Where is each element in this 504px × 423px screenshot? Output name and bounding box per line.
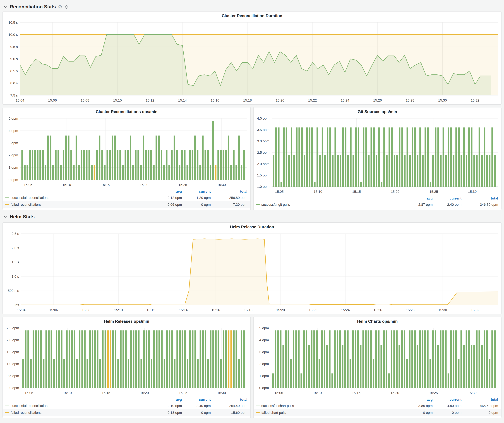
panel-helm-release-duration: Helm Release Duration 0 ns500 ms1.0 s1.5… [2, 222, 502, 314]
svg-text:15:20: 15:20 [140, 183, 148, 187]
panel-title[interactable]: Helm Releases ops/min [3, 317, 251, 325]
row-title[interactable]: Helm Stats [10, 214, 35, 220]
series-color-dash [5, 204, 9, 205]
chevron-down-icon [3, 215, 7, 219]
legend-header-current[interactable]: current [433, 196, 462, 200]
svg-text:2 opm: 2 opm [9, 153, 18, 157]
chart-canvas[interactable]: 0 opm1 opm2 opm3 opm4 opm5 opm15:0515:10… [254, 325, 500, 397]
svg-text:3 opm: 3 opm [9, 141, 18, 145]
series-color-dash [5, 412, 9, 413]
svg-text:3.0 opm: 3.0 opm [257, 139, 270, 143]
svg-text:15:12: 15:12 [146, 98, 154, 102]
legend-total-value: 346.80 opm [462, 203, 498, 207]
legend-series-label[interactable]: failed chart pulls [261, 411, 286, 415]
chart-canvas[interactable]: 0 opm1 opm2 opm3 opm4 opm5 opm15:0515:10… [4, 116, 250, 189]
svg-text:1.0 opm: 1.0 opm [7, 362, 19, 366]
legend-series-label[interactable]: successful chart pulls [261, 404, 294, 408]
svg-text:15:30: 15:30 [217, 183, 226, 187]
svg-text:15:10: 15:10 [62, 183, 71, 187]
chart-canvas[interactable]: 0 opm0.5 opm1.0 opm1.5 opm2.0 opm2.5 opm… [4, 325, 250, 397]
legend-total-value: 254.40 opm [211, 404, 247, 408]
legend-current-value: 2.40 opm [182, 404, 211, 408]
legend-series-label[interactable]: successful git pulls [261, 203, 290, 207]
chart-canvas[interactable]: 7.5 s8.0 s8.5 s9.0 s9.5 s10.0 s10.5 s15:… [4, 20, 500, 104]
svg-text:15:10: 15:10 [113, 98, 122, 102]
svg-text:2.0 s: 2.0 s [12, 246, 19, 250]
row-header-reconciliation-stats[interactable]: Reconciliation Stats ⚙ [2, 2, 502, 11]
legend-header-total[interactable]: total [462, 398, 498, 402]
panel-title[interactable]: Helm Charts ops/min [253, 317, 501, 325]
legend: avg current total successful reconciliat… [3, 189, 251, 210]
legend-avg-value: 3.85 opm [402, 404, 433, 408]
svg-text:15:08: 15:08 [81, 98, 89, 102]
chart-canvas[interactable]: 0 ns500 ms1.0 s1.5 s2.0 s2.5 s15:0415:06… [4, 231, 500, 314]
legend-series-label[interactable]: failed reconciliations [11, 203, 42, 207]
svg-text:1.5 opm: 1.5 opm [7, 350, 19, 354]
svg-text:8.0 s: 8.0 s [10, 81, 18, 85]
svg-text:15:26: 15:26 [373, 308, 382, 312]
chart-canvas[interactable]: 1.0 opm1.5 opm2.0 opm2.5 opm3.0 opm3.5 o… [254, 116, 500, 196]
svg-text:2.0 opm: 2.0 opm [7, 338, 19, 342]
svg-text:15:05: 15:05 [24, 183, 32, 187]
svg-text:15:20: 15:20 [390, 391, 399, 395]
legend-avg-value: 2.12 opm [151, 196, 182, 200]
legend-header-current[interactable]: current [433, 398, 462, 402]
row-title[interactable]: Reconciliation Stats [10, 4, 56, 10]
legend-row-successful: successful git pulls 2.87 opm 2.40 opm 3… [253, 201, 501, 208]
svg-text:15:25: 15:25 [429, 190, 438, 194]
legend-header-avg[interactable]: avg [151, 189, 182, 194]
panel-title[interactable]: Cluster Reconciliation Duration [3, 12, 501, 20]
legend-header-total[interactable]: total [462, 196, 498, 200]
svg-text:15:28: 15:28 [406, 98, 414, 102]
legend-header-avg[interactable]: avg [402, 398, 433, 402]
svg-text:1.0 s: 1.0 s [12, 275, 19, 278]
svg-text:15:20: 15:20 [276, 308, 285, 312]
svg-text:15:22: 15:22 [309, 308, 317, 312]
trash-icon[interactable] [64, 5, 69, 9]
svg-text:4.0 opm: 4.0 opm [257, 117, 270, 120]
series-color-dash [5, 405, 9, 406]
svg-text:4 opm: 4 opm [9, 129, 18, 133]
legend-series-label[interactable]: successful reconciliations [11, 196, 49, 200]
svg-text:15:14: 15:14 [179, 308, 188, 312]
gear-icon[interactable]: ⚙ [58, 5, 62, 9]
svg-text:15:20: 15:20 [391, 190, 399, 194]
svg-text:1 opm: 1 opm [9, 165, 18, 170]
legend-header-current[interactable]: current [182, 398, 211, 402]
svg-text:15:32: 15:32 [471, 98, 479, 102]
svg-text:2.5 s: 2.5 s [12, 232, 19, 236]
legend-header-total[interactable]: total [211, 189, 247, 194]
legend-header-avg[interactable]: avg [151, 398, 182, 402]
legend-header-total[interactable]: total [211, 398, 247, 402]
legend-total-value: 7.20 opm [211, 203, 247, 207]
svg-text:15:15: 15:15 [352, 391, 360, 395]
legend-header-avg[interactable]: avg [402, 196, 433, 200]
legend-series-label[interactable]: failed reconciliations [11, 411, 42, 415]
svg-text:15:10: 15:10 [63, 391, 72, 395]
svg-text:15:12: 15:12 [147, 308, 155, 312]
legend-current-value: 0 opm [182, 411, 211, 415]
series-color-dash [5, 198, 9, 198]
row-header-helm-stats[interactable]: Helm Stats [2, 212, 502, 221]
legend-row-failed: failed reconciliations 0.13 opm 0 opm 15… [3, 409, 251, 416]
legend-series-label[interactable]: successful reconciliations [11, 404, 49, 408]
legend-header-current[interactable]: current [182, 189, 211, 194]
svg-text:15:18: 15:18 [243, 98, 252, 102]
panel-title[interactable]: Git Sources ops/min [253, 107, 501, 116]
svg-text:2.5 opm: 2.5 opm [7, 326, 19, 330]
svg-text:15:30: 15:30 [438, 308, 447, 312]
series-color-dash [256, 204, 260, 205]
svg-text:0 opm: 0 opm [9, 178, 18, 182]
series-color-dash [256, 412, 260, 413]
svg-text:2 opm: 2 opm [259, 362, 269, 366]
panel-git-sources-opm: Git Sources ops/min 1.0 opm1.5 opm2.0 op… [253, 107, 502, 210]
svg-text:3.5 opm: 3.5 opm [257, 128, 270, 132]
dashboard: Reconciliation Stats ⚙ Cluster Reconcili… [0, 0, 504, 418]
svg-text:8.5 s: 8.5 s [10, 69, 18, 73]
svg-text:15:24: 15:24 [341, 308, 350, 312]
legend-total-value: 0 opm [462, 411, 498, 415]
svg-text:15:05: 15:05 [275, 190, 284, 194]
panel-title[interactable]: Cluster Reconciliations ops/min [3, 107, 251, 116]
legend-avg-value: 0.13 opm [151, 411, 182, 415]
panel-title[interactable]: Helm Release Duration [3, 223, 501, 231]
